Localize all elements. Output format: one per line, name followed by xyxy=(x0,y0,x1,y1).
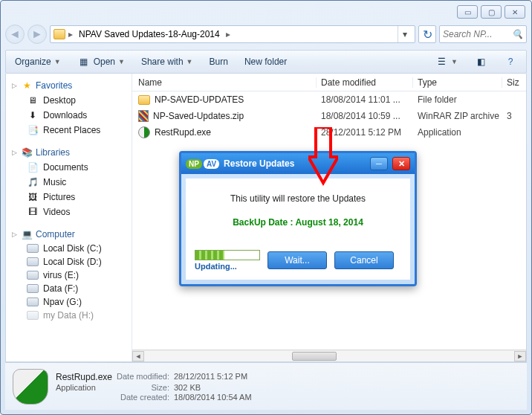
close-button[interactable]: ✕ xyxy=(505,5,525,19)
desktop-icon: 🖥 xyxy=(27,94,39,106)
open-icon: ▦ xyxy=(77,55,91,68)
refresh-icon: ↻ xyxy=(423,28,432,42)
open-button[interactable]: ▦Open▼ xyxy=(74,54,128,70)
sidebar-item-drive-h[interactable]: my Data (H:) xyxy=(7,309,130,322)
dialog-body: This utility will restore the Updates Ba… xyxy=(186,178,410,280)
nav-back-button[interactable]: ◄ xyxy=(5,25,25,44)
sidebar-item-drive-d[interactable]: Local Disk (D:) xyxy=(7,255,130,268)
chevron-right-icon: ▸ xyxy=(68,29,73,39)
table-row[interactable]: NP-Saved-Updates.zip 18/08/2014 10:59 ..… xyxy=(132,108,526,124)
scroll-right-button[interactable]: ► xyxy=(514,351,526,361)
file-rows: NP-SAVED-UPDATES 18/08/2014 11:01 ... Fi… xyxy=(132,91,526,141)
star-icon: ★ xyxy=(21,80,33,91)
view-icon: ☰ xyxy=(435,55,448,68)
dialog-close-button[interactable]: ✕ xyxy=(392,157,410,170)
music-icon: 🎵 xyxy=(27,176,39,188)
folder-icon xyxy=(53,29,65,39)
npav-logo: NPAV xyxy=(186,159,219,169)
cancel-button[interactable]: Cancel xyxy=(334,251,394,269)
drive-icon xyxy=(27,257,39,266)
computer-group[interactable]: ▷💻Computer xyxy=(7,227,130,242)
folder-icon xyxy=(138,95,150,105)
sidebar-item-drive-f[interactable]: Data (F:) xyxy=(7,282,130,295)
drive-icon xyxy=(27,284,39,293)
address-bar-row: ◄ ► ▸ NPAV Saved Updates-18-Aug-2014 ▸ ▾… xyxy=(5,23,527,45)
arrow-right-icon: ► xyxy=(31,28,43,41)
view-options-button[interactable]: ☰▼ xyxy=(432,54,461,70)
documents-icon: 📄 xyxy=(27,161,39,173)
sidebar-item-drive-e[interactable]: virus (E:) xyxy=(7,268,130,282)
drive-icon xyxy=(27,271,39,280)
chevron-right-icon: ▸ xyxy=(226,29,230,39)
computer-icon: 💻 xyxy=(21,228,33,240)
sidebar-item-videos[interactable]: 🎞Videos xyxy=(7,205,130,219)
scroll-track[interactable] xyxy=(144,351,514,361)
sidebar-item-music[interactable]: 🎵Music xyxy=(7,175,130,190)
dialog-titlebar[interactable]: NPAV Restore Updates ─ ✕ xyxy=(181,153,415,174)
label-modified: Date modified: xyxy=(117,372,169,382)
progress-area: Updating... xyxy=(195,250,260,271)
wait-button[interactable]: Wait... xyxy=(267,251,327,269)
sidebar-item-drive-g[interactable]: Npav (G:) xyxy=(7,295,130,309)
sidebar-item-pictures[interactable]: 🖼Pictures xyxy=(7,190,130,205)
sidebar-item-documents[interactable]: 📄Documents xyxy=(7,160,130,175)
file-large-icon xyxy=(13,369,48,405)
dialog-backup-date: BackUp Date : August 18, 2014 xyxy=(195,217,401,228)
drive-icon xyxy=(27,311,39,320)
dialog-minimize-button[interactable]: ─ xyxy=(370,157,388,170)
chevron-down-icon: ▼ xyxy=(186,58,193,65)
label-created: Date created: xyxy=(117,393,169,402)
burn-button[interactable]: Burn xyxy=(207,55,231,68)
table-row[interactable]: NP-SAVED-UPDATES 18/08/2014 11:01 ... Fi… xyxy=(132,91,526,108)
zip-icon xyxy=(138,110,149,122)
help-icon: ? xyxy=(504,55,517,68)
breadcrumb-dropdown[interactable]: ▾ xyxy=(398,26,412,42)
search-input[interactable]: Search NP... 🔍 xyxy=(439,25,527,43)
sidebar-item-desktop[interactable]: 🖥Desktop xyxy=(7,93,130,108)
header-date[interactable]: Date modified xyxy=(317,77,413,88)
nav-forward-button[interactable]: ► xyxy=(27,25,47,44)
breadcrumb[interactable]: ▸ NPAV Saved Updates-18-Aug-2014 ▸ ▾ xyxy=(50,25,415,43)
sidebar-item-downloads[interactable]: ⬇Downloads xyxy=(7,108,130,123)
dialog-message: This utility will restore the Updates xyxy=(195,193,401,204)
header-size[interactable]: Siz xyxy=(502,77,526,88)
details-pane: RestRupd.exe Date modified: 28/12/2011 5… xyxy=(5,362,527,410)
scroll-thumb[interactable] xyxy=(292,352,337,361)
sidebar-item-recent[interactable]: 📑Recent Places xyxy=(7,123,130,138)
column-headers[interactable]: Name Date modified Type Siz xyxy=(132,74,526,91)
minimize-button[interactable]: ▭ xyxy=(457,5,478,19)
expand-icon: ▷ xyxy=(12,231,18,238)
drive-icon xyxy=(27,244,39,253)
sidebar-item-drive-c[interactable]: Local Disk (C:) xyxy=(7,242,130,255)
dialog-title-text: Restore Updates xyxy=(224,158,294,169)
expand-icon: ▷ xyxy=(12,82,18,89)
value-size: 302 KB xyxy=(174,383,252,392)
pictures-icon: 🖼 xyxy=(27,191,39,203)
navigation-pane[interactable]: ▷★Favorites 🖥Desktop ⬇Downloads 📑Recent … xyxy=(6,74,132,361)
breadcrumb-segment[interactable]: NPAV Saved Updates-18-Aug-2014 xyxy=(76,29,223,39)
favorites-group[interactable]: ▷★Favorites xyxy=(7,78,130,93)
search-icon: 🔍 xyxy=(512,29,523,39)
header-name[interactable]: Name xyxy=(132,77,317,88)
new-folder-button[interactable]: New folder xyxy=(241,55,290,68)
horizontal-scrollbar[interactable]: ◄ ► xyxy=(132,350,526,361)
scroll-left-button[interactable]: ◄ xyxy=(132,351,144,361)
videos-icon: 🎞 xyxy=(27,206,39,218)
maximize-button[interactable]: ▢ xyxy=(481,5,502,19)
refresh-button[interactable]: ↻ xyxy=(418,25,436,43)
value-created: 18/08/2014 10:54 AM xyxy=(174,393,252,402)
preview-pane-button[interactable]: ◧ xyxy=(471,54,490,70)
share-with-menu[interactable]: Share with▼ xyxy=(138,55,196,68)
libraries-group[interactable]: ▷📚Libraries xyxy=(7,145,130,160)
exe-icon xyxy=(138,126,150,138)
organize-menu[interactable]: Organize▼ xyxy=(12,55,64,68)
arrow-left-icon: ◄ xyxy=(9,28,21,41)
window-titlebar: ▭ ▢ ✕ xyxy=(5,5,527,22)
header-type[interactable]: Type xyxy=(413,77,502,88)
search-placeholder: Search NP... xyxy=(443,29,492,39)
help-button[interactable]: ? xyxy=(501,54,520,70)
table-row[interactable]: RestRupd.exe 28/12/2011 5:12 PM Applicat… xyxy=(132,124,526,141)
downloads-icon: ⬇ xyxy=(27,109,39,121)
updating-label: Updating... xyxy=(195,262,237,271)
command-bar: Organize▼ ▦Open▼ Share with▼ Burn New fo… xyxy=(5,50,527,74)
